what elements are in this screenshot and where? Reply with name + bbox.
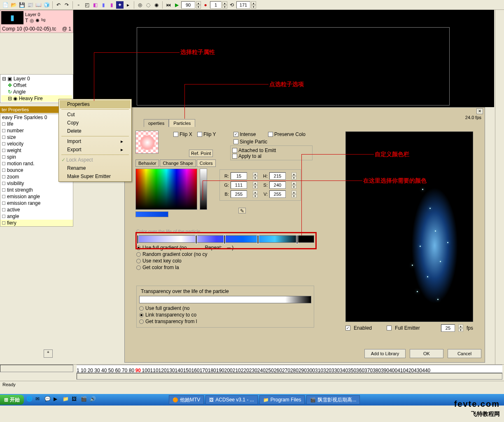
r1-getla[interactable] xyxy=(136,265,141,270)
ql-6-icon[interactable]: 🖼 xyxy=(72,396,79,403)
preserve-checkbox[interactable] xyxy=(268,132,273,137)
attached-checkbox[interactable] xyxy=(232,148,237,153)
eyedropper-icon[interactable]: ✎ xyxy=(238,208,246,213)
ctx-import[interactable]: Import▸ xyxy=(60,137,131,145)
v-input[interactable] xyxy=(269,190,286,198)
tb-t4-icon[interactable]: ▮ xyxy=(100,1,107,9)
ctx-copy[interactable]: Copy xyxy=(60,119,131,127)
ql-8-icon[interactable]: 🔊 xyxy=(90,396,97,403)
color-gradient-bar[interactable] xyxy=(136,235,314,243)
r1-random[interactable] xyxy=(136,252,141,257)
tree-offset[interactable]: ✥ Offset xyxy=(1,82,72,89)
tb-redo-icon[interactable]: ↷ xyxy=(63,1,70,9)
tb-t3-icon[interactable]: ◧ xyxy=(91,1,99,9)
tb-open-icon[interactable]: 📂 xyxy=(10,1,17,9)
subtab-shape[interactable]: Change Shape xyxy=(160,159,196,167)
timeline-ruler[interactable]: 1 10 20 30 40 50 60 70 80 90 10011012013… xyxy=(77,365,502,373)
rec-input[interactable] xyxy=(210,1,222,9)
cancel-button[interactable]: Cancel xyxy=(448,349,481,358)
r1-use-full[interactable] xyxy=(136,246,141,250)
gear-icon[interactable]: ✺ xyxy=(35,18,40,23)
tb-new-icon[interactable]: 📄 xyxy=(2,1,9,9)
prop-emangle[interactable]: emission angle xyxy=(0,193,73,200)
timeline-left-scroll[interactable] xyxy=(0,365,73,372)
r-input[interactable] xyxy=(231,172,247,180)
frame2-input[interactable] xyxy=(236,1,250,9)
ql-5-icon[interactable]: 📁 xyxy=(63,396,70,403)
ctx-super[interactable]: Make Super Emitter xyxy=(60,172,131,181)
tb-t7-icon[interactable]: ▸ xyxy=(124,1,132,9)
ctx-lock[interactable]: ✓Lock Aspect xyxy=(60,156,131,164)
frame-up[interactable]: ▴ xyxy=(196,1,201,5)
record-icon[interactable]: ● xyxy=(202,1,209,9)
preview-fps-input[interactable] xyxy=(441,324,455,332)
task-item-3[interactable]: 📁Program Files xyxy=(259,395,305,404)
r1-next[interactable] xyxy=(136,259,141,263)
task-item-1[interactable]: 🟠他她MTV xyxy=(169,395,204,404)
r2-get[interactable] xyxy=(139,319,144,324)
ctx-cut[interactable]: Cut xyxy=(60,110,131,119)
tb-book2-icon[interactable]: 📖 xyxy=(35,1,42,9)
r2-link[interactable] xyxy=(139,313,144,317)
tree-angle[interactable]: ↻ Angle xyxy=(1,89,72,95)
dialog-close-button[interactable]: ✕ xyxy=(476,108,483,114)
tb-t9-icon[interactable]: ◌ xyxy=(145,1,152,9)
ql-ie-icon[interactable]: 🌐 xyxy=(26,396,34,403)
add-layer-button[interactable]: + xyxy=(44,349,53,358)
tree-root[interactable]: ⊟ ▣ Layer 0 xyxy=(1,75,72,82)
apply-checkbox[interactable] xyxy=(232,154,237,159)
add-to-library-button[interactable]: Add to Library xyxy=(364,349,406,358)
f2-down[interactable]: ▾ xyxy=(251,5,256,9)
bg-icon[interactable]: bg xyxy=(41,18,45,23)
color-picker[interactable] xyxy=(135,169,197,210)
layer-row[interactable]: ▮ Layer 0 T ◎ ✺ bg xyxy=(0,10,73,25)
flipy-checkbox[interactable] xyxy=(197,132,202,137)
b-input[interactable] xyxy=(231,190,247,198)
rec-down[interactable]: ▾ xyxy=(222,5,227,9)
intense-checkbox[interactable]: ✓ xyxy=(233,132,238,137)
tb-t2-icon[interactable]: ◰ xyxy=(83,1,91,9)
transparency-bar[interactable] xyxy=(139,296,311,303)
rec-up[interactable]: ▴ xyxy=(222,1,227,5)
subtab-behavior[interactable]: Behavior xyxy=(135,159,159,167)
f2-up[interactable]: ▴ xyxy=(251,1,256,5)
timeline-scrollbar[interactable] xyxy=(77,373,502,380)
text-icon[interactable]: T xyxy=(25,18,28,23)
flipx-checkbox[interactable] xyxy=(173,132,178,137)
ctx-properties[interactable]: Properties xyxy=(60,100,131,108)
loop-icon[interactable]: ⟲ xyxy=(228,1,236,9)
prop-angle[interactable]: angle xyxy=(0,213,73,220)
target-icon[interactable]: ◎ xyxy=(30,18,34,23)
tb-t5-icon[interactable]: ▮ xyxy=(108,1,115,9)
full-emitter-checkbox[interactable] xyxy=(387,326,392,331)
enabled-checkbox[interactable]: ✓ xyxy=(345,326,350,331)
comp-row[interactable]: Comp 10 (0-00-02-05).tc @ 1 xyxy=(0,25,73,33)
tb-t1-icon[interactable]: ▫ xyxy=(75,1,82,9)
prop-emrange[interactable]: emission range xyxy=(0,200,73,206)
start-button[interactable]: ⊞开始 xyxy=(0,395,24,405)
tb-undo-icon[interactable]: ↶ xyxy=(55,1,62,9)
frame-down[interactable]: ▾ xyxy=(196,5,201,9)
task-item-4[interactable]: 🎬飘雪影视后期高... xyxy=(306,395,360,404)
ql-media-icon[interactable]: ▶ xyxy=(54,396,61,403)
h-input[interactable] xyxy=(269,172,286,180)
ql-msg-icon[interactable]: 💬 xyxy=(44,396,52,403)
prop-tint[interactable]: tint strength xyxy=(0,187,73,193)
single-checkbox[interactable] xyxy=(233,139,238,144)
ctx-delete[interactable]: Delete xyxy=(60,127,131,135)
ql-7-icon[interactable]: 🎬 xyxy=(81,396,88,403)
tab-particles[interactable]: Particles xyxy=(169,119,195,127)
task-item-2[interactable]: 🖼ACDSee v3.1 - ... xyxy=(205,395,257,404)
shape-thumbnail[interactable] xyxy=(135,131,159,154)
g-input[interactable] xyxy=(231,181,247,189)
tb-t8-icon[interactable]: ◎ xyxy=(136,1,144,9)
prop-fiery[interactable]: fiery xyxy=(0,220,73,226)
r2-full[interactable] xyxy=(139,306,144,311)
tb-book-icon[interactable]: 📰 xyxy=(26,1,34,9)
tb-cube-icon[interactable]: 🧊 xyxy=(43,1,50,9)
stage[interactable] xyxy=(73,10,494,107)
ctx-rename[interactable]: Rename xyxy=(60,164,131,172)
ok-button[interactable]: OK xyxy=(410,349,443,358)
tab-properties[interactable]: operties xyxy=(144,119,169,127)
frame-input[interactable] xyxy=(181,1,195,9)
